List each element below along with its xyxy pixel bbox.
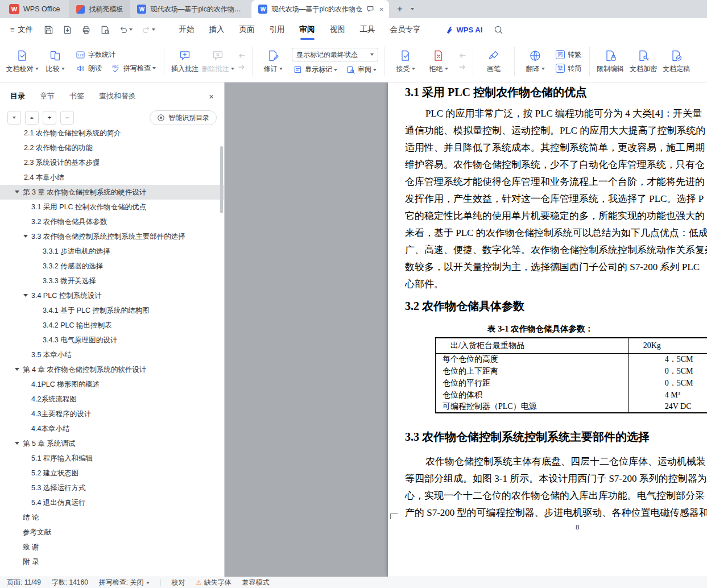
comment-bubble-icon[interactable] [366, 5, 374, 13]
toc-scroll-area[interactable]: 2.1 农作物仓储控制系统的简介2.2 农作物仓储的功能2.3 系统设计的基本步… [0, 130, 224, 577]
proofread-status[interactable]: 校对 [172, 578, 185, 587]
document-page[interactable]: 3.1 采用 PLC 控制农作物仓储的优点 PLC 的应用非常广泛，按 PLC … [388, 82, 707, 577]
toc-item[interactable]: 3.3.1 步进电机的选择 [0, 244, 224, 259]
expand-caret-icon[interactable] [15, 191, 19, 193]
search-button[interactable] [494, 25, 503, 35]
expand-caret-icon[interactable] [15, 368, 19, 371]
markup-state-select[interactable]: 显示标记的最终状态 [292, 48, 378, 61]
menu-tab-页面[interactable]: 页面 [232, 22, 262, 38]
restrict-editing-button[interactable]: 限制编辑 [594, 44, 627, 79]
toc-item[interactable]: 第 3 章 农作物仓储控制系统的硬件设计 [0, 185, 224, 200]
menu-tab-开始[interactable]: 开始 [172, 22, 202, 38]
toc-item[interactable]: 第 5 章 系统调试 [0, 436, 224, 451]
print-button[interactable] [80, 23, 93, 36]
previous-revision-button[interactable] [456, 51, 469, 60]
toc-item[interactable]: 3.5 本章小结 [0, 347, 224, 362]
toc-item[interactable]: 3.1 采用 PLC 控制农作物仓储的优点 [0, 200, 224, 214]
smart-toc-button[interactable]: 智能识别目录 [150, 110, 217, 125]
new-tab-button[interactable]: + [397, 4, 402, 14]
page-indicator[interactable]: 页面: 11/49 [7, 578, 41, 587]
spellcheck-status[interactable]: 拼写检查: 关闭 [99, 578, 150, 587]
insert-comment-button[interactable]: 插入批注 [168, 44, 201, 79]
next-comment-button[interactable] [235, 63, 248, 72]
toc-item[interactable]: 3.4 PLC 控制系统设计 [0, 288, 224, 303]
encrypt-doc-button[interactable]: 文档加密 [627, 44, 660, 79]
read-aloud-button[interactable]: 朗读 [74, 63, 104, 74]
document-canvas[interactable]: 3.1 采用 PLC 控制农作物仓储的优点 PLC 的应用非常广泛，按 PLC … [225, 82, 707, 577]
word-count-button[interactable]: 123 字数统计 [74, 49, 158, 60]
redo-caret-icon[interactable] [152, 28, 155, 31]
toc-item[interactable]: 致 谢 [0, 540, 224, 554]
toc-item[interactable]: 结 论 [0, 510, 224, 525]
toc-item[interactable]: 3.3.2 传感器的选择 [0, 259, 224, 274]
sidebar-tab-书签[interactable]: 书签 [69, 91, 84, 101]
redo-button[interactable] [140, 23, 157, 36]
collapse-all-button[interactable] [7, 111, 21, 125]
expand-caret-icon[interactable] [15, 442, 19, 445]
file-menu-button[interactable]: ≡ 文件 [6, 24, 38, 35]
toc-item[interactable]: 4.3主要程序的设计 [0, 407, 224, 421]
toc-item[interactable]: 2.3 系统设计的基本步骤 [0, 155, 224, 170]
expand-all-button[interactable] [25, 111, 39, 125]
word-count-indicator[interactable]: 字数: 14160 [52, 578, 88, 587]
menu-tab-引用[interactable]: 引用 [262, 22, 292, 38]
next-revision-button[interactable] [456, 63, 469, 72]
menu-tab-会员专享[interactable]: 会员专享 [383, 22, 428, 38]
print-preview-button[interactable] [98, 23, 111, 36]
show-markup-button[interactable]: 显示标记 [292, 64, 339, 75]
toc-item[interactable]: 4.4本章小结 [0, 421, 224, 436]
toc-item[interactable]: 3.3 农作物仓储控制系统控制系统主要部件的选择 [0, 229, 224, 244]
sidebar-tab-章节[interactable]: 章节 [40, 91, 55, 101]
tab-list-caret-icon[interactable] [411, 8, 414, 10]
wps-launcher-button[interactable]: W WPS Office [0, 0, 69, 18]
toc-item[interactable]: 3.3.3 微开关选择 [0, 274, 224, 288]
expand-caret-icon[interactable] [23, 294, 28, 297]
simplified-to-traditional-button[interactable]: 简 转繁 [554, 49, 583, 60]
export-pdf-button[interactable] [61, 23, 74, 36]
toc-item[interactable]: 附 录 [0, 554, 224, 569]
toc-item[interactable]: 3.4.3 电气原理图的设计 [0, 333, 224, 347]
missing-font-warning[interactable]: ⚠ 缺失字体 [196, 578, 231, 587]
finalize-doc-button[interactable]: 文档定稿 [660, 44, 693, 79]
tab-template-store[interactable]: 找稿壳模板 [69, 0, 130, 18]
menu-tab-视图[interactable]: 视图 [323, 22, 353, 38]
toc-item[interactable]: 5.4 退出仿真运行 [0, 495, 224, 510]
undo-button[interactable] [117, 23, 134, 36]
zoom-in-toc-button[interactable]: + [43, 111, 56, 125]
zoom-out-toc-button[interactable]: − [60, 111, 74, 125]
expand-caret-icon[interactable] [23, 235, 28, 238]
toc-item[interactable]: 第 4 章 农作物仓储控制系统的软件设计 [0, 362, 224, 377]
toc-item[interactable]: 3.4.1 基于 PLC 控制系统的结构图 [0, 303, 224, 318]
compat-mode-indicator[interactable]: 兼容模式 [242, 578, 269, 587]
toc-item[interactable]: 3.2 农作物仓储具体参数 [0, 214, 224, 229]
menu-tab-工具[interactable]: 工具 [353, 22, 383, 38]
tab-document-1[interactable]: W 现代农场—基于plc的农作物仓储控制 [130, 0, 251, 18]
wps-ai-button[interactable]: WPS AI [445, 26, 483, 34]
toc-item[interactable]: 3.4.2 PLC 输出控制表 [0, 318, 224, 333]
close-tab-icon[interactable]: × [379, 5, 384, 14]
track-changes-button[interactable]: 修订 [257, 44, 290, 79]
save-button[interactable] [42, 23, 55, 36]
sidebar-tab-目录[interactable]: 目录 [10, 91, 25, 101]
close-sidebar-icon[interactable]: × [209, 92, 214, 101]
toc-item[interactable]: 2.1 农作物仓储控制系统的简介 [0, 130, 224, 140]
menu-tab-插入[interactable]: 插入 [202, 22, 232, 38]
sidebar-scrollbar[interactable] [220, 146, 223, 213]
delete-comment-button[interactable]: 删除批注 [201, 44, 234, 79]
menu-tab-审阅[interactable]: 审阅 [292, 22, 323, 38]
translate-button[interactable]: 翻译 [519, 44, 552, 79]
traditional-to-simplified-button[interactable]: 繁 转简 [554, 63, 583, 74]
doc-proofread-button[interactable]: 文档校对 [6, 44, 39, 79]
previous-comment-button[interactable] [235, 51, 248, 60]
toc-item[interactable]: 参考文献 [0, 525, 224, 540]
compare-button[interactable]: 比较 [39, 44, 72, 79]
ink-pen-button[interactable]: 画笔 [477, 44, 510, 79]
toc-item[interactable]: 2.4 本章小结 [0, 170, 224, 185]
toc-item[interactable]: 4.1PLC 梯形图的概述 [0, 377, 224, 392]
accept-revision-button[interactable]: 接受 [389, 44, 422, 79]
tab-document-2-active[interactable]: W 现代农场—基于plc的农作物仓 × [251, 0, 389, 18]
sidebar-tab-查找和替换[interactable]: 查找和替换 [99, 91, 136, 101]
toc-item[interactable]: 5.1 程序输入和编辑 [0, 451, 224, 466]
spell-check-button[interactable]: ABC 拼写检查 [109, 63, 158, 74]
toc-item[interactable]: 5.2 建立状态图 [0, 466, 224, 481]
